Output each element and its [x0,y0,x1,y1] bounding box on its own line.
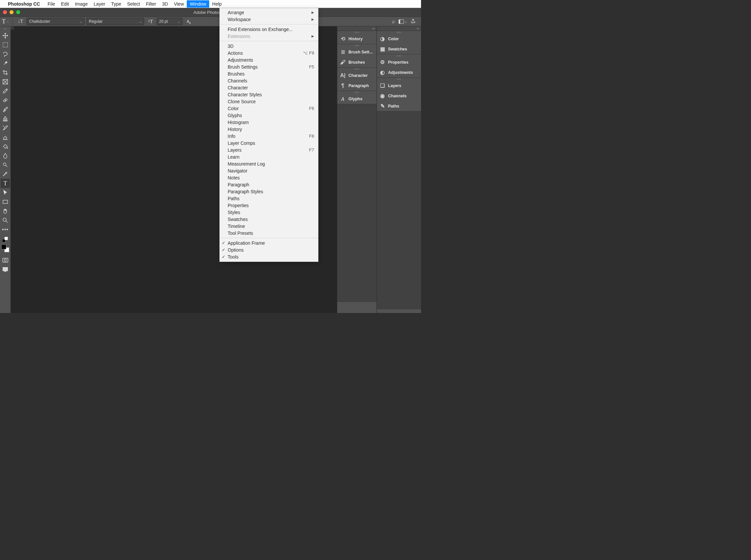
tool-rectangle[interactable] [1,197,10,206]
menu-item-notes[interactable]: Notes [220,174,318,181]
menubar-item-select[interactable]: Select [124,0,143,7]
menu-item-clone-source[interactable]: Clone Source [220,98,318,105]
tool-frame[interactable] [1,77,10,86]
tool-dodge[interactable] [1,160,10,169]
screen-mode-button[interactable] [1,265,10,274]
menu-item-layer-comps[interactable]: Layer Comps [220,140,318,146]
menu-item-color[interactable]: ColorF6 [220,105,318,112]
panel-collapse-button[interactable]: ‹‹ [377,26,421,31]
panel-item-swatches[interactable]: ▦Swatches [377,44,421,54]
panel-item-adjustments[interactable]: ◐Adjustments [377,67,421,78]
menu-item-info[interactable]: InfoF8 [220,133,318,140]
menu-item-glyphs[interactable]: Glyphs [220,112,318,119]
menu-item-paragraph-styles[interactable]: Paragraph Styles [220,188,318,195]
menu-item-measurement-log[interactable]: Measurement Log [220,160,318,167]
menu-item-learn[interactable]: Learn [220,153,318,160]
menubar-item-3d[interactable]: 3D [159,0,171,7]
font-size-select[interactable]: 20 pt ⌄ [157,18,182,25]
font-style-select[interactable]: Regular ⌄ [86,18,144,25]
tool-lasso[interactable] [1,49,10,59]
menubar-item-image[interactable]: Image [72,0,91,7]
menu-item-styles[interactable]: Styles [220,209,318,216]
tool-more[interactable]: ••• [1,225,10,234]
panel-grip-icon[interactable]: ≡≡≡ [337,31,376,34]
panel-item-history[interactable]: ⟲History [337,34,376,44]
menu-item-brush-settings[interactable]: Brush SettingsF5 [220,63,318,70]
tool-eraser[interactable] [1,133,10,142]
panel-item-color[interactable]: ◑Color [377,34,421,44]
menu-item-timeline[interactable]: Timeline [220,223,318,229]
menu-item-tool-presets[interactable]: Tool Presets [220,229,318,237]
panel-grip-icon[interactable]: ≡≡≡ [377,78,421,80]
tool-bucket[interactable] [1,142,10,151]
fg-bg-swatch[interactable] [1,244,9,252]
tool-marquee[interactable] [1,40,10,49]
tool-path-select[interactable] [1,188,10,197]
panel-item-brush-settings[interactable]: ≣Brush Sett... [337,47,376,57]
menu-item-arrange[interactable]: Arrange▶ [220,9,318,16]
panel-item-glyphs[interactable]: 𝐴Glyphs [337,94,376,104]
tool-move[interactable] [1,31,10,40]
text-orientation-button[interactable]: ↓T [16,18,25,25]
panel-grip-icon[interactable]: ≡≡≡ [337,44,376,47]
panel-item-paths[interactable]: ✎Paths [377,101,421,111]
panel-item-properties[interactable]: ⚙Properties [377,57,421,67]
menu-item-brushes[interactable]: Brushes [220,70,318,77]
menu-item-swatches[interactable]: Swatches [220,216,318,223]
tool-history-brush[interactable] [1,123,10,133]
quick-mask-button[interactable] [1,256,10,265]
app-name[interactable]: Photoshop CC [8,1,40,6]
tool-zoom[interactable] [1,216,10,225]
tool-crop[interactable] [1,68,10,77]
menubar-item-filter[interactable]: Filter [143,0,159,7]
menu-item-paths[interactable]: Paths [220,195,318,202]
panel-item-brushes[interactable]: 🖌Brushes [337,57,376,67]
tool-heal[interactable] [1,96,10,105]
tool-hand[interactable] [1,206,10,216]
panel-item-character[interactable]: A|Character [337,70,376,80]
tool-preset-button[interactable]: T ⌄ [2,18,9,25]
panel-grip-icon[interactable]: ≡≡≡ [377,31,421,34]
menu-item-histogram[interactable]: Histogram [220,119,318,126]
tool-blur[interactable] [1,151,10,160]
default-swatches-button[interactable] [1,237,10,242]
menu-item-character-styles[interactable]: Character Styles [220,91,318,98]
menu-item-adjustments[interactable]: Adjustments [220,56,318,63]
antialias-select[interactable]: aa [184,18,193,25]
zoom-window-button[interactable] [16,10,20,14]
menu-item-actions[interactable]: Actions⌥ F9 [220,49,318,56]
tool-brush[interactable] [1,105,10,114]
menu-item-tools[interactable]: ✓Tools [220,253,318,260]
minimize-window-button[interactable] [9,10,14,14]
tool-pen[interactable] [1,169,10,179]
menu-item-layers[interactable]: LayersF7 [220,146,318,153]
menu-item-3d[interactable]: 3D [220,43,318,49]
share-icon[interactable] [411,18,416,25]
panel-item-channels[interactable]: ◉Channels [377,91,421,101]
menubar-item-view[interactable]: View [171,0,187,7]
menubar-item-edit[interactable]: Edit [58,0,72,7]
menu-item-navigator[interactable]: Navigator [220,167,318,174]
menu-item-options[interactable]: ✓Options [220,246,318,253]
menu-item-properties[interactable]: Properties [220,202,318,209]
panel-item-paragraph[interactable]: ¶Paragraph [337,80,376,91]
menu-item-application-frame[interactable]: ✓Application Frame [220,239,318,246]
menubar-item-layer[interactable]: Layer [91,0,108,7]
tool-type[interactable]: T [1,179,10,188]
panel-grip-icon[interactable]: ≡≡≡ [337,91,376,94]
menubar-item-window[interactable]: Window [187,0,209,7]
menubar-item-file[interactable]: File [44,0,58,7]
document-layout-button[interactable]: ⌄ [399,19,407,24]
tool-stamp[interactable] [1,114,10,123]
menu-item-workspace[interactable]: Workspace▶ [220,16,318,23]
menu-item-character[interactable]: Character [220,84,318,91]
panel-grip-icon[interactable]: ≡≡≡ [337,67,376,70]
tool-wand[interactable] [1,59,10,68]
panel-grip-icon[interactable]: ≡≡≡ [377,55,421,57]
menubar-item-help[interactable]: Help [209,0,225,7]
search-icon[interactable]: ⌕ [392,18,395,24]
panel-item-layers[interactable]: ❏Layers [377,80,421,91]
close-window-button[interactable] [3,10,7,14]
tool-eyedropper[interactable] [1,86,10,96]
menu-item-channels[interactable]: Channels [220,77,318,84]
